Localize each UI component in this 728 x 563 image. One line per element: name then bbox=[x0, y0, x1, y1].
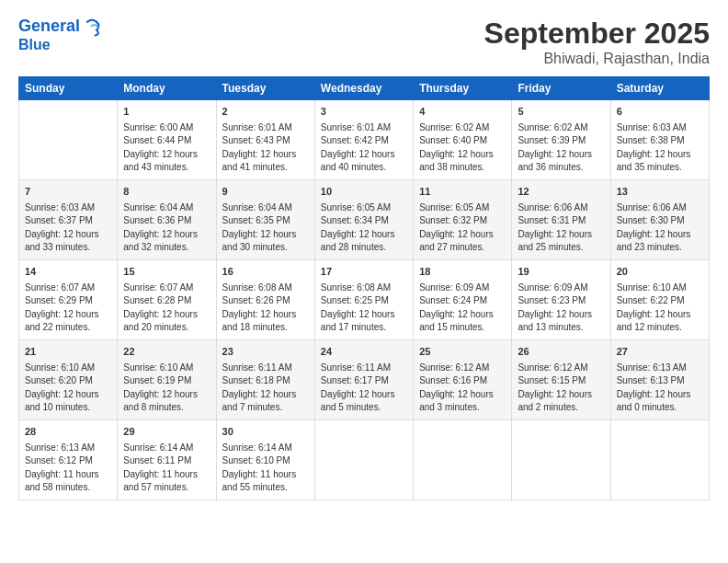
day-cell: 26Sunrise: 6:12 AMSunset: 6:15 PMDayligh… bbox=[512, 339, 610, 419]
day-number: 16 bbox=[222, 265, 309, 280]
day-info-line: and 55 minutes. bbox=[222, 481, 309, 495]
day-info-line: Sunset: 6:44 PM bbox=[123, 134, 210, 148]
day-info-line: Daylight: 12 hours bbox=[617, 148, 703, 162]
day-info-line: Daylight: 12 hours bbox=[321, 148, 407, 162]
day-info-line: and 13 minutes. bbox=[518, 321, 604, 335]
day-info-line: and 10 minutes. bbox=[25, 401, 111, 415]
day-cell bbox=[414, 419, 512, 500]
subtitle: Bhiwadi, Rajasthan, India bbox=[484, 51, 710, 67]
day-info-line: and 35 minutes. bbox=[617, 161, 703, 175]
day-number: 28 bbox=[25, 425, 111, 440]
day-info-line: Daylight: 12 hours bbox=[419, 308, 506, 322]
header-cell-saturday: Saturday bbox=[610, 77, 709, 100]
day-info-line: Sunrise: 6:11 AM bbox=[222, 362, 309, 375]
day-number: 21 bbox=[25, 345, 111, 360]
day-info-line: Sunset: 6:28 PM bbox=[123, 294, 210, 308]
day-number: 1 bbox=[123, 105, 210, 120]
week-row-1: 1Sunrise: 6:00 AMSunset: 6:44 PMDaylight… bbox=[19, 100, 710, 180]
day-info-line: Sunset: 6:43 PM bbox=[222, 134, 309, 148]
main-title: September 2025 bbox=[484, 17, 710, 51]
day-info-line: Sunrise: 6:01 AM bbox=[222, 121, 309, 135]
day-info-line: Daylight: 12 hours bbox=[222, 308, 309, 322]
day-info-line: Sunset: 6:20 PM bbox=[25, 374, 111, 388]
day-info-line: Sunrise: 6:08 AM bbox=[222, 282, 309, 295]
day-cell: 11Sunrise: 6:05 AMSunset: 6:32 PMDayligh… bbox=[414, 179, 512, 259]
day-number: 12 bbox=[518, 185, 604, 200]
logo-icon bbox=[82, 17, 102, 37]
day-number: 19 bbox=[518, 265, 604, 280]
day-info-line: Sunrise: 6:07 AM bbox=[123, 282, 210, 295]
day-cell: 23Sunrise: 6:11 AMSunset: 6:18 PMDayligh… bbox=[216, 339, 314, 419]
day-cell: 13Sunrise: 6:06 AMSunset: 6:30 PMDayligh… bbox=[610, 179, 709, 259]
day-number: 2 bbox=[222, 105, 309, 120]
logo-text-line1: General bbox=[18, 17, 80, 36]
day-cell: 12Sunrise: 6:06 AMSunset: 6:31 PMDayligh… bbox=[512, 179, 610, 259]
day-number: 5 bbox=[518, 105, 604, 120]
day-info-line: Sunrise: 6:11 AM bbox=[321, 362, 407, 375]
day-info-line: Sunset: 6:37 PM bbox=[25, 214, 111, 228]
day-info-line: Sunrise: 6:09 AM bbox=[518, 282, 604, 295]
day-info-line: Sunset: 6:30 PM bbox=[617, 214, 703, 228]
day-info-line: and 41 minutes. bbox=[222, 161, 309, 175]
title-block: September 2025 Bhiwadi, Rajasthan, India bbox=[484, 17, 710, 67]
day-info-line: Sunrise: 6:05 AM bbox=[419, 201, 506, 215]
day-info-line: Sunrise: 6:06 AM bbox=[617, 201, 703, 215]
day-number: 14 bbox=[25, 265, 111, 280]
day-cell: 9Sunrise: 6:04 AMSunset: 6:35 PMDaylight… bbox=[216, 179, 314, 259]
day-info-line: Sunset: 6:23 PM bbox=[518, 294, 604, 308]
day-cell bbox=[610, 419, 709, 500]
day-info-line: Sunrise: 6:05 AM bbox=[321, 201, 407, 215]
week-row-5: 28Sunrise: 6:13 AMSunset: 6:12 PMDayligh… bbox=[19, 419, 710, 500]
day-info-line: Sunset: 6:10 PM bbox=[222, 454, 309, 468]
day-cell: 17Sunrise: 6:08 AMSunset: 6:25 PMDayligh… bbox=[314, 259, 413, 339]
day-info-line: and 20 minutes. bbox=[123, 321, 210, 335]
day-info-line: Daylight: 12 hours bbox=[518, 228, 604, 242]
day-number: 11 bbox=[419, 185, 506, 200]
day-info-line: Daylight: 12 hours bbox=[123, 388, 210, 402]
day-info-line: Sunset: 6:34 PM bbox=[321, 214, 407, 228]
day-info-line: and 58 minutes. bbox=[25, 481, 111, 495]
day-info-line: Daylight: 12 hours bbox=[617, 388, 703, 402]
day-cell bbox=[512, 419, 610, 500]
day-info-line: Daylight: 12 hours bbox=[123, 228, 210, 242]
day-info-line: Sunset: 6:25 PM bbox=[321, 294, 407, 308]
day-info-line: Sunset: 6:18 PM bbox=[222, 374, 309, 388]
day-info-line: Sunset: 6:24 PM bbox=[419, 294, 506, 308]
day-info-line: Sunrise: 6:00 AM bbox=[123, 121, 210, 135]
day-info-line: and 22 minutes. bbox=[25, 321, 111, 335]
day-cell: 22Sunrise: 6:10 AMSunset: 6:19 PMDayligh… bbox=[118, 339, 216, 419]
header-cell-monday: Monday bbox=[118, 77, 216, 100]
day-info-line: Daylight: 12 hours bbox=[617, 228, 703, 242]
day-cell: 15Sunrise: 6:07 AMSunset: 6:28 PMDayligh… bbox=[118, 259, 216, 339]
day-info-line: and 7 minutes. bbox=[222, 401, 309, 415]
day-info-line: Sunset: 6:15 PM bbox=[518, 374, 604, 388]
logo: General Blue bbox=[18, 17, 102, 53]
day-info-line: and 12 minutes. bbox=[617, 321, 703, 335]
header-cell-thursday: Thursday bbox=[414, 77, 512, 100]
day-info-line: Sunrise: 6:14 AM bbox=[123, 442, 210, 455]
day-info-line: Daylight: 12 hours bbox=[123, 308, 210, 322]
day-info-line: Daylight: 12 hours bbox=[617, 308, 703, 322]
day-info-line: Sunrise: 6:03 AM bbox=[25, 201, 111, 215]
week-row-2: 7Sunrise: 6:03 AMSunset: 6:37 PMDaylight… bbox=[19, 179, 710, 259]
day-info-line: Sunrise: 6:12 AM bbox=[518, 362, 604, 375]
day-number: 30 bbox=[222, 425, 309, 440]
day-info-line: and 18 minutes. bbox=[222, 321, 309, 335]
day-info-line: Daylight: 12 hours bbox=[222, 228, 309, 242]
day-number: 23 bbox=[222, 345, 309, 360]
day-info-line: Sunset: 6:35 PM bbox=[222, 214, 309, 228]
day-info-line: and 5 minutes. bbox=[321, 401, 407, 415]
day-cell: 4Sunrise: 6:02 AMSunset: 6:40 PMDaylight… bbox=[414, 100, 512, 180]
calendar-table: SundayMondayTuesdayWednesdayThursdayFrid… bbox=[18, 76, 710, 500]
day-info-line: Daylight: 12 hours bbox=[419, 388, 506, 402]
day-cell: 18Sunrise: 6:09 AMSunset: 6:24 PMDayligh… bbox=[414, 259, 512, 339]
week-row-3: 14Sunrise: 6:07 AMSunset: 6:29 PMDayligh… bbox=[19, 259, 710, 339]
day-cell: 3Sunrise: 6:01 AMSunset: 6:42 PMDaylight… bbox=[314, 100, 413, 180]
day-info-line: Daylight: 12 hours bbox=[123, 148, 210, 162]
day-info-line: Sunset: 6:31 PM bbox=[518, 214, 604, 228]
day-info-line: and 30 minutes. bbox=[222, 241, 309, 255]
day-number: 27 bbox=[617, 345, 703, 360]
day-info-line: Sunrise: 6:09 AM bbox=[419, 282, 506, 295]
day-info-line: Sunrise: 6:04 AM bbox=[123, 201, 210, 215]
day-info-line: Sunrise: 6:08 AM bbox=[321, 282, 407, 295]
